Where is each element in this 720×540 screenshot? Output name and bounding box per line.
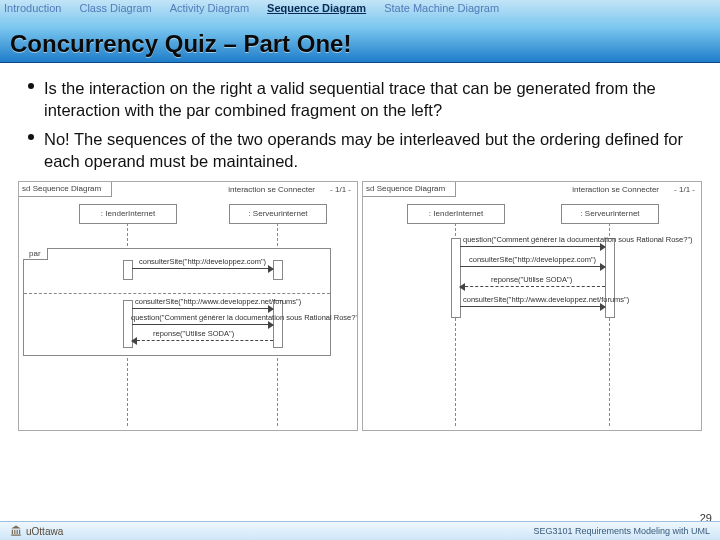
msg-l-1: consulterSite("http://developpez.com")	[139, 257, 266, 266]
nav-class[interactable]: Class Diagram	[79, 2, 151, 14]
arrow-r-2	[460, 266, 605, 267]
arrow-l-1	[132, 268, 273, 269]
act-b2	[273, 300, 283, 348]
footer-bar: uOttawa SEG3101 Requirements Modeling wi…	[0, 521, 720, 540]
arrow-l-4	[132, 340, 273, 341]
building-icon	[10, 525, 22, 537]
msg-l-3: question("Comment générer la documentati…	[131, 313, 358, 322]
msg-l-4: reponse("Utilise SODA")	[153, 329, 234, 338]
sd-right-lifeline-a: : IenderInternet	[407, 204, 505, 224]
par-label: par	[23, 248, 48, 260]
msg-l-2: consulterSite("http://www.developpez.net…	[135, 297, 301, 306]
sd-left-lifeline-a: : IenderInternet	[79, 204, 177, 224]
arrow-r-4	[460, 306, 605, 307]
par-separator	[24, 293, 330, 294]
msg-r-3: reponse("Utilise SODA")	[491, 275, 572, 284]
msg-r-2: consulterSite("http://developpez.com")	[469, 255, 596, 264]
slide-title: Concurrency Quiz – Part One!	[10, 30, 351, 58]
bullet-1-text: Is the interaction on the right a valid …	[44, 79, 656, 119]
nav-sequence[interactable]: Sequence Diagram	[267, 2, 366, 14]
sd-right-lifeline-b: : Serveurinternet	[561, 204, 659, 224]
nav-statemachine[interactable]: State Machine Diagram	[384, 2, 499, 14]
bullet-2-text: No! The sequences of the two operands ma…	[44, 130, 683, 170]
slide-body: Is the interaction on the right a valid …	[0, 63, 720, 172]
msg-r-1: question("Comment générer la documentati…	[463, 235, 693, 244]
sd-right-frame: sd Sequence Diagram	[362, 181, 456, 197]
sd-right-header: interaction se Connecter	[572, 185, 659, 194]
sd-left-suffix: - 1/1 -	[330, 185, 351, 194]
nav-activity[interactable]: Activity Diagram	[170, 2, 249, 14]
sequence-diagram-right: sd Sequence Diagram interaction se Conne…	[362, 181, 702, 431]
act-r-b	[605, 238, 615, 318]
nav-intro[interactable]: Introduction	[4, 2, 61, 14]
sequence-diagram-left: sd Sequence Diagram interaction se Conne…	[18, 181, 358, 431]
act-a1	[123, 260, 133, 280]
arrow-r-3	[460, 286, 605, 287]
org-logo: uOttawa	[10, 525, 63, 537]
footer-course: SEG3101 Requirements Modeling with UML	[533, 526, 710, 536]
arrow-r-1	[460, 246, 605, 247]
sd-right-suffix: - 1/1 -	[674, 185, 695, 194]
bullet-2: No! The sequences of the two operands ma…	[28, 128, 700, 173]
header-banner: Introduction Class Diagram Activity Diag…	[0, 0, 720, 63]
nav-tabs: Introduction Class Diagram Activity Diag…	[0, 0, 720, 16]
sd-left-frame: sd Sequence Diagram	[18, 181, 112, 197]
org-name: uOttawa	[26, 526, 63, 537]
arrow-l-2	[132, 308, 273, 309]
sd-left-header: interaction se Connecter	[228, 185, 315, 194]
arrow-l-3	[132, 324, 273, 325]
msg-r-4: consulterSite("http://www.developpez.net…	[463, 295, 629, 304]
bullet-1: Is the interaction on the right a valid …	[28, 77, 700, 122]
act-b1	[273, 260, 283, 280]
diagram-row: sd Sequence Diagram interaction se Conne…	[0, 178, 720, 431]
sd-left-lifeline-b: : Serveurinternet	[229, 204, 327, 224]
